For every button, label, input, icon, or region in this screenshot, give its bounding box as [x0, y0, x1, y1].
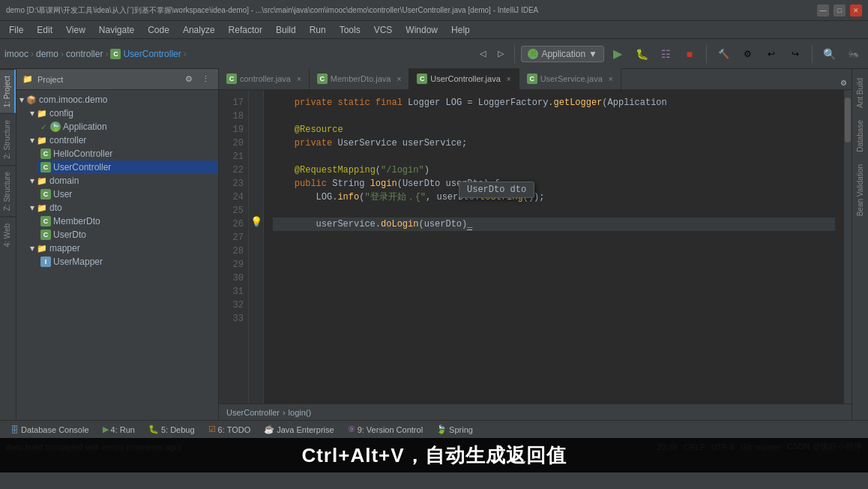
left-tab-web[interactable]: 4: Web [0, 217, 16, 254]
undo-button[interactable]: ↩ [761, 44, 782, 64]
maximize-button[interactable]: □ [834, 4, 846, 16]
toolbar-back[interactable]: ◁ [475, 46, 490, 61]
bottom-debug[interactable]: 🐛 5: Debug [142, 423, 201, 436]
close-button[interactable]: ✕ [850, 4, 862, 16]
bottom-spring[interactable]: 🍃 Spring [430, 423, 479, 436]
run-button[interactable]: ▶ [607, 44, 628, 64]
tab-label-1: controller.java [240, 74, 291, 83]
project-panel: 📁 Project ⚙ ⋮ ▾ 📦 com.imooc.demo ▾ 📁 con… [16, 69, 219, 420]
right-tab-antbuild[interactable]: Ant Build [854, 72, 867, 114]
vscrollbar-thumb[interactable] [845, 98, 851, 142]
right-tab-beanvalidation[interactable]: Bean Validation [854, 158, 867, 222]
code-content[interactable]: private static final Logger LOG = Logger… [264, 90, 844, 404]
tab-userservice-java[interactable]: C UserService.java × [519, 68, 621, 89]
menu-build[interactable]: Build [270, 23, 302, 37]
bottom-todo[interactable]: ☑ 6: TODO [202, 423, 257, 436]
user-class-icon: C [40, 162, 51, 172]
run-config-dropdown[interactable]: 🌿 Application ▼ [521, 46, 604, 62]
tab-close-4[interactable]: × [609, 75, 613, 83]
tree-userdto[interactable]: C UserDto [37, 228, 218, 242]
breadcrumb-usercontroller[interactable]: UserController [123, 49, 181, 59]
stop-button[interactable]: ■ [679, 44, 700, 64]
tree-root-label: com.imooc.demo [39, 94, 107, 105]
hint-bar: Ctrl+Alt+V，自动生成返回值 [0, 438, 868, 472]
tree-dto[interactable]: ▾ 📁 dto [27, 201, 218, 214]
menu-run[interactable]: Run [304, 23, 332, 37]
tree-usermapper[interactable]: I UserMapper [37, 255, 218, 268]
tree-hellocontroller[interactable]: C HelloController [37, 147, 218, 160]
tree-usercontroller[interactable]: C UserController [37, 160, 218, 174]
tab-label-3: UserController.java [430, 74, 501, 83]
tree-memberdto[interactable]: C MemberDto [37, 214, 218, 228]
editor-settings-btn[interactable]: ⚙ [836, 76, 852, 89]
gutter: 💡 [249, 90, 264, 404]
tree-controller[interactable]: ▾ 📁 controller [27, 134, 218, 147]
settings-button[interactable]: ⚙ [737, 44, 758, 64]
left-tab-project[interactable]: 1: Project [0, 69, 16, 113]
tree-domain[interactable]: ▾ 📁 domain [27, 174, 218, 188]
project-settings[interactable]: ⚙ [183, 74, 195, 84]
bottom-run[interactable]: ▶ 4: Run [97, 423, 141, 436]
code-line-25 [273, 204, 835, 218]
line-numbers: 17 18 19 20 21 22 23 24 25 26 27 28 29 3… [219, 90, 249, 404]
tab-controller-java[interactable]: C controller.java × [219, 68, 310, 89]
left-tab-structure[interactable]: 2: Structure [0, 113, 16, 165]
tree-user-label: User [53, 189, 72, 200]
project-tree: ▾ 📦 com.imooc.demo ▾ 📁 config ✓ 🍃 Applic… [16, 90, 218, 420]
code-line-23: public String login(UserDto userDto) { [273, 177, 835, 190]
menu-file[interactable]: File [3, 23, 29, 37]
menu-tools[interactable]: Tools [334, 23, 367, 37]
menu-analyze[interactable]: Analyze [177, 23, 221, 37]
left-panel-tabs: 1: Project 2: Structure Z: Structure 4: … [0, 69, 16, 420]
config-folder-icon: 📁 [37, 109, 47, 118]
menu-edit[interactable]: Edit [31, 23, 58, 37]
menu-vcs[interactable]: VCS [368, 23, 399, 37]
bottom-java-enterprise[interactable]: ☕ Java Enterprise [258, 423, 340, 436]
right-tab-database[interactable]: Database [854, 114, 867, 158]
tree-user[interactable]: C User [37, 188, 218, 201]
tree-application[interactable]: ✓ 🍃 Application [37, 120, 218, 134]
left-tab-zstructure[interactable]: Z: Structure [0, 165, 16, 217]
code-line-17: private static final Logger LOG = Logger… [273, 96, 835, 110]
menu-bar: File Edit View Navigate Code Analyze Ref… [0, 21, 868, 39]
lightbulb-icon[interactable]: 💡 [250, 216, 262, 227]
tab-memberdto-java[interactable]: C MemberDto.java × [310, 68, 410, 89]
menu-help[interactable]: Help [445, 23, 476, 37]
debug-button[interactable]: 🐛 [631, 44, 652, 64]
run-config-label: Application [541, 49, 585, 59]
tab-close-2[interactable]: × [397, 75, 401, 83]
tab-close-1[interactable]: × [297, 75, 301, 83]
minimize-button[interactable]: — [817, 4, 829, 16]
bottom-database-console[interactable]: 🗄 Database Console [4, 424, 95, 436]
vscrollbar[interactable] [844, 90, 852, 404]
breadcrumb-imooc[interactable]: imooc [4, 49, 28, 59]
code-line-31 [273, 285, 835, 298]
project-layout[interactable]: ⋮ [199, 74, 212, 84]
tree-root[interactable]: ▾ 📦 com.imooc.demo [16, 93, 218, 106]
build-button[interactable]: 🔨 [713, 44, 734, 64]
tree-config[interactable]: ▾ 📁 config [27, 106, 218, 120]
tab-usercontroller-java[interactable]: C UserController.java × [409, 68, 519, 89]
class-icon: C [110, 49, 121, 59]
bottom-version-control[interactable]: ⑨ 9: Version Control [342, 423, 429, 436]
menu-window[interactable]: Window [400, 23, 444, 37]
title-bar: demo [D:\慕课网\开发工具\idea\从入门到基不掌握\workspac… [0, 0, 868, 21]
coverage-button[interactable]: ☷ [655, 44, 676, 64]
debug-icon: 🐛 [148, 424, 159, 434]
bottom-btn-label-debug: 5: Debug [161, 425, 195, 434]
code-line-19: @Resource [273, 123, 835, 136]
tab-close-3[interactable]: × [507, 75, 511, 83]
menu-navigate[interactable]: Navigate [93, 23, 140, 37]
menu-code[interactable]: Code [142, 23, 175, 37]
member-class-icon: C [40, 216, 51, 226]
menu-refactor[interactable]: Refactor [223, 23, 268, 37]
redo-button[interactable]: ↪ [785, 44, 806, 64]
breadcrumb-demo[interactable]: demo [36, 49, 58, 59]
tree-mapper[interactable]: ▾ 📁 mapper [27, 242, 218, 255]
mapper-folder-icon: 📁 [37, 244, 47, 254]
ant-button[interactable]: 🐜 [843, 44, 864, 64]
breadcrumb-controller[interactable]: controller [66, 49, 103, 59]
menu-view[interactable]: View [60, 23, 91, 37]
toolbar-fwd[interactable]: ▷ [493, 46, 508, 61]
search-button[interactable]: 🔍 [819, 44, 840, 64]
